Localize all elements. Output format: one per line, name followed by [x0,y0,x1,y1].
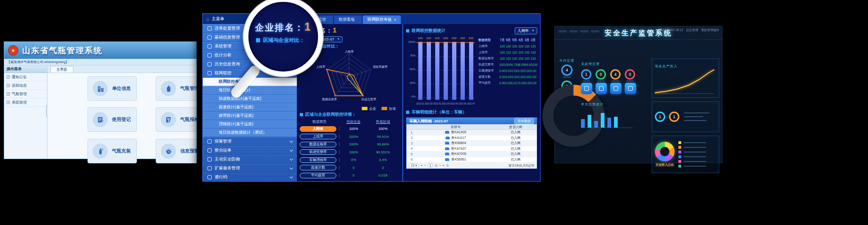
sidebar-menu-item[interactable]: 通行码 [203,173,297,181]
export-button[interactable]: 导出数据 [514,118,534,124]
bar-x-label: 2022-02 [425,103,433,105]
bar-fill [452,42,456,100]
sidebar-item[interactable]: + 通知公告 [4,73,47,81]
mini-bar [594,121,598,128]
refresh-icon[interactable]: ↻ [446,164,449,168]
user-label[interactable]: 启云管理 [686,28,698,32]
first-page-icon[interactable]: « [421,164,422,167]
car-icon [445,142,449,145]
sidebar-menu-item[interactable]: 报警管理 [203,137,297,146]
pending-alarm-title: 未处理告警 [581,62,600,65]
bar[interactable]: 100 2022-03 [433,42,441,100]
bar[interactable]: 100 2022-07 [467,42,475,100]
vehicle-row[interactable]: 6 鲁K56951 已入网 [406,157,537,163]
prev-page-icon[interactable]: ‹ [424,164,425,167]
shortcut-card[interactable]: 气瓶充装 [88,139,137,163]
bar[interactable]: 100 2022-02 [425,42,432,100]
workspace-tab[interactable]: 数据看板 [334,16,362,24]
region-value: 99.91% [367,135,398,139]
gauge-item: 0 [596,69,606,81]
record-summary: 显示1到6,共6记录 [508,163,534,168]
submenu-item[interactable]: 每日轨迹数据统计 [203,86,297,95]
close-tab-icon[interactable]: × [394,17,396,22]
stat-ring: 1 [669,112,679,122]
expand-plus-icon[interactable]: + [7,75,10,79]
plate-cell: 鲁K96804 [417,141,494,145]
submenu-item[interactable]: 每日轨迹数据统计（测试） [203,129,297,137]
bar[interactable]: 100 2022-06 [459,42,466,100]
expand-plus-icon[interactable]: + [7,84,10,87]
network-control-submenu: 联网联控考核 每日轨迹数据统计 轨迹数据统计(基于运政) [203,78,297,137]
tab-home[interactable]: 主界面 [50,66,73,72]
metric-button[interactable]: 数据合格率 [300,142,336,147]
vehicle-row[interactable]: 2 鲁KA1117 已入网 [406,136,537,141]
sidebar-menu-item[interactable]: 整合运单 [203,146,297,155]
metric-button[interactable]: 入网率 [300,126,336,132]
workspace-tab[interactable]: 联网联控考核 × [363,16,401,24]
shortcut-card[interactable]: 使用登记 [88,107,137,132]
submenu-item[interactable]: 疲劳统计(基于运政) [203,112,297,120]
vehicle-row[interactable]: 1 鲁KA1909 已入网 [406,130,537,136]
page-size-select[interactable]: 10 ▾ [409,163,419,168]
enterprise-value: 0 [339,166,367,170]
metric-button[interactable]: 轨迹完整率 [300,149,336,155]
bar[interactable]: 100 2022-04 [442,42,449,100]
feature-icon[interactable] [610,83,621,94]
card-icon [93,144,108,159]
stat-value: 4 [614,72,617,77]
legend-label-placeholder [684,147,706,148]
metric-button[interactable]: 车辆漂移率 [300,157,336,163]
left-titlebar: ★ 山东省气瓶管理系统 [4,42,206,59]
enterprise-value: 100% [339,142,367,146]
last-page-icon[interactable]: » [443,164,445,167]
menu-item-icon [207,35,212,40]
month-metric-table: 数据类型 7月 6月 5月 4月 3月 2月 [476,35,537,106]
submenu-item[interactable]: 超速统计(基于运政) [203,103,297,112]
detail-row: 超速次数 0 0 [300,164,399,172]
legend-row [678,165,716,168]
expand-plus-icon[interactable]: + [7,92,10,96]
vehicle-table-title: 车辆入网明细 -2022-07 [409,119,448,124]
submenu-item[interactable]: 轨迹数据统计(基于运政) [203,95,297,103]
plate-number: 鲁K56951 [451,157,466,162]
plate-cell: 鲁KA7637 [417,146,494,151]
submenu-item[interactable]: 漂移统计(基于运政) [203,120,297,129]
radar-legend: 企业 区域 [300,106,399,112]
composite-screenshot: ★ 山东省气瓶管理系统 【威海晟祥气体有限公司-whshengxiang】 操作… [0,0,868,225]
magnifier-decoration: 企业排名：1 区域与企业对比： [244,0,323,76]
metric-button[interactable]: 超速次数 [300,165,336,170]
left-app-title: 山东省气瓶管理系统 [22,45,103,56]
sidebar-item[interactable]: + 系统管理 [4,98,47,107]
sidebar-item[interactable]: + 气瓶管理 [4,90,47,98]
bar[interactable]: 100 2022-01 [416,42,424,100]
metric-filter-select[interactable]: 入网率▼ [515,27,537,34]
metric-button[interactable]: 平均疲劳 [300,173,336,178]
feature-icon[interactable] [581,83,592,94]
sidebar-item-label: 系统管理 [12,100,27,105]
region-value: 100% [367,127,398,131]
expand-plus-icon[interactable]: + [7,101,10,104]
sidebar-item[interactable]: + 基础信息 [4,81,47,90]
sidebar-menu-item[interactable]: 主动安全防御 [203,155,297,164]
sidebar-menu-item[interactable]: 扩展服务管理 [203,164,297,173]
legend-row [678,151,716,153]
car-icon [445,131,449,134]
next-page-icon[interactable]: › [439,164,440,167]
vehicle-row[interactable]: 4 鲁KA7637 已入网 [406,146,537,152]
mini-bar [588,115,591,128]
bar[interactable]: 100 2022-05 [450,42,458,100]
menu-item-label: 报警管理 [215,138,287,145]
bar-x-label: 2022-01 [416,103,424,105]
logout-link[interactable]: 系统管理退出 [701,28,719,32]
vehicle-row[interactable]: 3 鲁K96804 已入网 [406,141,537,146]
stats-section-title: 联网联控数据统计 [406,27,515,34]
feature-icon[interactable] [596,83,607,94]
org-info-bar: 【威海晟祥气体有限公司-whshengxiang】 [4,59,206,65]
vehicle-row[interactable]: 5 鲁KA7005 已入网 [406,152,537,157]
gauge-item: 1 [581,69,591,81]
page-input[interactable]: 1 [428,163,433,168]
legend-label: 企业 [369,106,376,111]
shortcut-card[interactable]: 单位信息 [88,76,137,101]
feature-icon[interactable] [625,83,636,94]
metric-button[interactable]: 上线率 [300,134,336,139]
